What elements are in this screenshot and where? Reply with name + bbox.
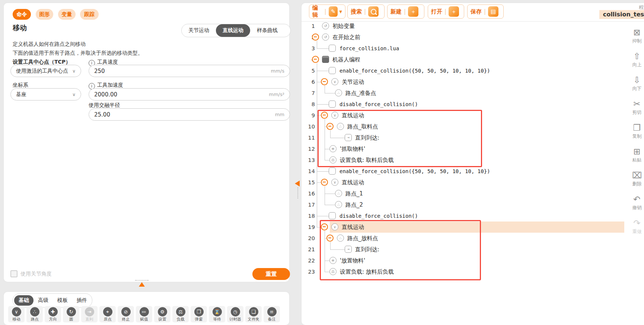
rail-paste-button[interactable]: ⊞粘贴 [632, 147, 642, 163]
annotation-box-pick [318, 110, 482, 167]
until-icon: ⇥ [85, 307, 94, 316]
tree-row-3[interactable]: 3force_collision.lua [0, 43, 644, 54]
script-icon [329, 212, 336, 219]
palette-tab-1[interactable]: 高级 [34, 295, 53, 306]
rail-delete-button[interactable]: ⌧删除 [632, 171, 642, 187]
tree-connector [317, 182, 321, 183]
tool-assign[interactable]: ≔赋值 [136, 306, 152, 322]
tree-connector [317, 82, 321, 82]
suppress-icon: ⊠ [633, 28, 640, 37]
collapse-toggle-icon[interactable] [312, 34, 319, 41]
tool-stop[interactable]: ⊘终止 [118, 306, 134, 322]
script-icon [329, 101, 336, 108]
tool-timer[interactable]: ◷计时器 [227, 306, 243, 322]
nav-pill-command[interactable]: 命令 [13, 9, 31, 20]
collapse-toggle-icon[interactable] [312, 56, 319, 63]
palette-tab-group: 基础高级模板插件 [13, 293, 92, 308]
tree-row-label: disable_force_collision() [339, 99, 418, 110]
tree-row-15[interactable]: 15∨直线运动 [0, 177, 644, 188]
nav-pill-variables[interactable]: 变量 [58, 9, 76, 20]
tree-connector [317, 71, 329, 71]
rail-cut-button[interactable]: ✂剪切 [632, 99, 642, 116]
settings-icon: ⚙ [158, 307, 167, 316]
palette-tab-2[interactable]: 模板 [53, 295, 72, 306]
tree-row-label: force_collision.lua [339, 43, 399, 54]
save-button[interactable]: 保存|▤ [467, 4, 504, 19]
paste-icon: ⊞ [633, 147, 640, 156]
tree-row-5[interactable]: 5enable_force_collision({50, 50, 50, 10,… [0, 65, 644, 76]
new-button[interactable]: 新建|＋ [387, 4, 424, 19]
palette-tab-0[interactable]: 基础 [14, 295, 34, 306]
tool-note[interactable]: ≡备注 [264, 306, 280, 322]
tool-wait[interactable]: ⌛等待 [209, 306, 225, 322]
tool-move[interactable]: ∨移动 [8, 306, 25, 322]
init-icon: ↺ [322, 34, 329, 41]
horizontal-splitter-handle[interactable] [139, 282, 145, 287]
line-number: 7 [303, 87, 315, 99]
palette-tab-3[interactable]: 插件 [72, 295, 92, 306]
rail-undo-button[interactable]: ↶撤销 [632, 194, 642, 211]
save-icon: ▤ [488, 6, 498, 17]
tree-row-label: 直线运动 [342, 177, 364, 188]
tree-row-1[interactable]: 1↺初始变量 [0, 20, 644, 32]
rail-suppress-button[interactable]: ⊠抑制 [632, 28, 642, 44]
line-number: 15 [303, 177, 315, 188]
horizontal-splitter-dots [135, 280, 149, 281]
payload-icon: ⚖ [176, 307, 185, 316]
tree-row-label: 路点_2 [345, 199, 363, 210]
tree-row-16[interactable]: 16∴路点_1 [0, 188, 644, 199]
tree-row-label: 路点_准备点 [345, 87, 376, 99]
search-button[interactable]: 搜索| [347, 4, 385, 19]
line-number: 20 [303, 233, 315, 244]
tree-row-4[interactable]: 4机器人编程 [0, 54, 644, 65]
script-icon [329, 45, 336, 52]
rail-copy-button[interactable]: ❐复制 [632, 123, 642, 140]
line-number: 19 [303, 222, 315, 233]
tool-waypoint[interactable]: ∴路点 [26, 306, 43, 322]
rail-redo-button: ↷重做 [632, 218, 642, 235]
search-icon [368, 6, 379, 17]
tree-row-2[interactable]: 2↺在开始之前 [0, 32, 644, 43]
line-number: 6 [303, 76, 315, 87]
tree-connector [317, 104, 329, 105]
popup-icon: ❐ [194, 307, 204, 316]
waypoint-icon: ∴ [335, 201, 342, 208]
tool-settings[interactable]: ⚙设置 [154, 306, 170, 322]
rail-move-down-button[interactable]: ⇩向下 [632, 75, 642, 92]
rail-move-up-button[interactable]: ⇧向上 [632, 51, 642, 68]
line-number: 22 [303, 255, 315, 266]
edit-button[interactable]: 编辑|✎▼ [309, 4, 345, 19]
tree-connector [325, 194, 335, 194]
tool-popup[interactable]: ❐弹窗 [191, 306, 207, 322]
waypoint-icon: ∴ [335, 89, 342, 96]
tree-row-17[interactable]: 17∴路点_2 [0, 199, 644, 210]
tool-origin[interactable]: ⌖原点 [99, 306, 116, 322]
tree-connector [317, 216, 329, 216]
program-name-badge: collision_tes [599, 10, 644, 19]
tool-payload[interactable]: ⚖负载 [172, 306, 189, 322]
nav-pill-graphics[interactable]: 图形 [36, 9, 53, 20]
undo-icon: ↶ [633, 194, 640, 204]
collapse-toggle-icon[interactable] [321, 78, 328, 85]
tree-row-8[interactable]: 8disable_force_collision() [0, 99, 644, 110]
tree-row-6[interactable]: 6∨关节运动 [0, 76, 644, 87]
open-button[interactable]: 打开|＋ [428, 4, 464, 19]
line-number: 21 [303, 244, 315, 255]
move-up-icon: ⇧ [633, 51, 640, 61]
move-icon: ∨ [12, 307, 21, 316]
tree-row-14[interactable]: 14enable_force_collision({50, 50, 50, 10… [0, 166, 644, 177]
assign-icon: ≔ [140, 307, 149, 316]
pencil-icon: ✎ [329, 6, 338, 17]
nav-pill-tracking[interactable]: 跟踪 [80, 9, 99, 20]
line-number: 12 [303, 143, 315, 154]
tool-folder[interactable]: ❏文件夹 [245, 306, 262, 322]
tool-direction[interactable]: ✚方向 [45, 306, 61, 322]
line-number: 16 [303, 188, 315, 199]
tool-circle[interactable]: ↻圆 [63, 306, 79, 322]
waypoint-icon: ∴ [30, 307, 39, 316]
tree-row-7[interactable]: 7∴路点_准备点 [0, 87, 644, 99]
tree-connector [317, 171, 329, 172]
move-icon: ∨ [331, 78, 338, 85]
new-file-icon: ＋ [408, 6, 418, 17]
collapse-toggle-icon[interactable] [321, 179, 328, 186]
